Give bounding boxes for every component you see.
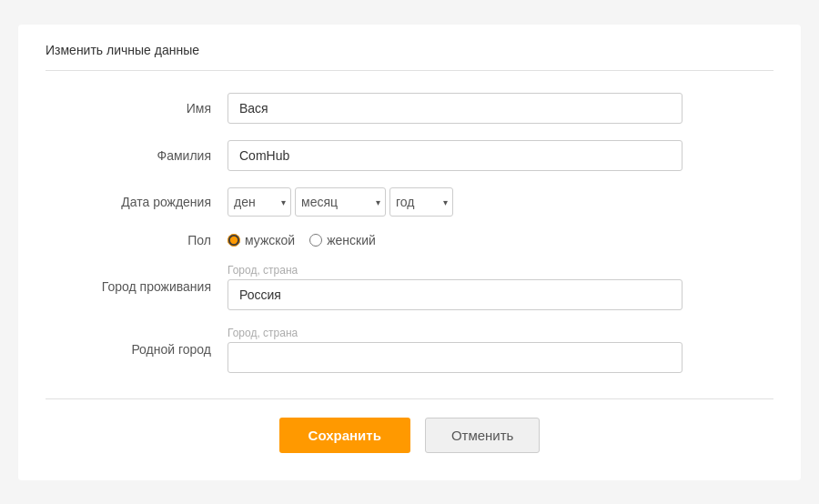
last-name-label: Фамилия (46, 148, 228, 163)
year-select-wrapper: год (389, 187, 453, 217)
date-selects-group: ден месяц год (228, 187, 682, 217)
day-select-wrapper: ден (228, 187, 291, 217)
city-field: Город, страна (228, 264, 682, 310)
gender-radio-group: мужской женский (228, 233, 682, 247)
month-select[interactable]: месяц (295, 187, 386, 217)
birthdate-row: Дата рождения ден месяц год (46, 187, 774, 217)
first-name-label: Имя (46, 101, 228, 116)
month-select-wrapper: месяц (295, 187, 386, 217)
save-button[interactable]: Сохранить (279, 418, 410, 453)
city-placeholder-label: Город, страна (228, 264, 682, 277)
last-name-input[interactable] (228, 140, 682, 171)
gender-male-option[interactable]: мужской (228, 233, 295, 247)
cancel-button[interactable]: Отменить (425, 418, 541, 453)
gender-male-radio[interactable] (228, 234, 240, 247)
gender-female-option[interactable]: женский (309, 233, 376, 247)
birthdate-label: Дата рождения (46, 195, 228, 209)
city-row: Город проживания Город, страна (46, 264, 774, 310)
gender-female-radio[interactable] (309, 234, 322, 247)
hometown-row: Родной город Город, страна (46, 327, 774, 373)
gender-female-label: женский (327, 233, 376, 247)
gender-label: Пол (46, 233, 228, 247)
buttons-row: Сохранить Отменить (46, 398, 774, 453)
gender-male-label: мужской (245, 233, 295, 247)
hometown-input[interactable] (228, 342, 682, 373)
form-container: Изменить личные данные Имя Фамилия Дата … (18, 25, 801, 480)
hometown-field: Город, страна (228, 327, 682, 373)
birthdate-field: ден месяц год (228, 187, 682, 217)
day-select[interactable]: ден (228, 187, 291, 217)
first-name-field (228, 93, 682, 124)
last-name-field (228, 140, 682, 171)
first-name-row: Имя (46, 93, 774, 124)
page-title: Изменить личные данные (46, 43, 774, 71)
last-name-row: Фамилия (46, 140, 774, 171)
first-name-input[interactable] (228, 93, 682, 124)
year-select[interactable]: год (389, 187, 453, 217)
hometown-label: Родной город (46, 342, 228, 357)
hometown-placeholder-label: Город, страна (228, 327, 682, 339)
gender-field: мужской женский (228, 233, 682, 247)
gender-row: Пол мужской женский (46, 233, 774, 247)
city-input[interactable] (228, 279, 682, 310)
city-label: Город проживания (46, 279, 228, 294)
